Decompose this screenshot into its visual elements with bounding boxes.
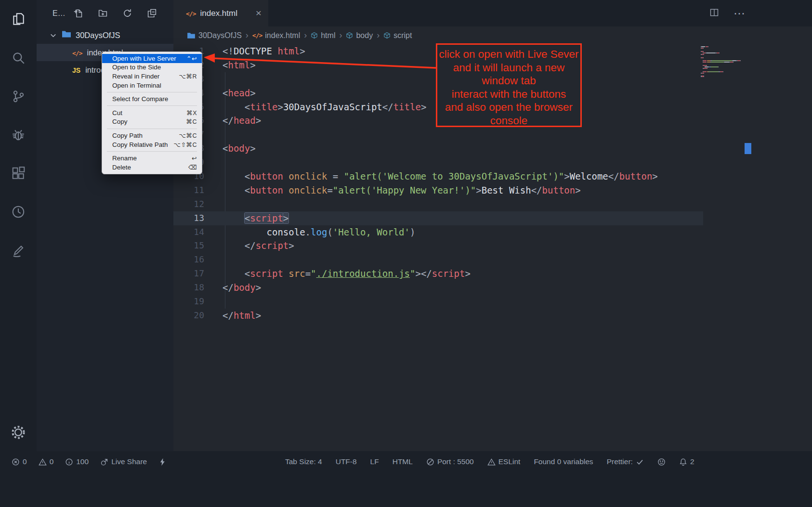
status-language-mode[interactable]: HTML bbox=[393, 457, 413, 466]
menu-item-reveal-in-finder[interactable]: Reveal in Finder⌥⌘R bbox=[102, 72, 202, 81]
menu-item-cut[interactable]: Cut⌘X bbox=[102, 108, 202, 117]
menu-separator bbox=[107, 151, 197, 152]
extensions-icon[interactable] bbox=[0, 160, 37, 187]
status-label: 100 bbox=[76, 457, 89, 466]
folder-row-30daysofjs[interactable]: 30DaysOfJS bbox=[37, 26, 173, 44]
status-problems-warnings[interactable]: 0 bbox=[39, 457, 54, 466]
collapse-all-icon[interactable] bbox=[147, 8, 157, 19]
more-actions-icon[interactable]: ⋯ bbox=[733, 8, 746, 19]
code-line-18[interactable]: 18</body> bbox=[173, 281, 812, 295]
close-icon[interactable]: × bbox=[256, 8, 262, 19]
code-line-8[interactable]: 8<body> bbox=[173, 142, 812, 156]
status-tab-size[interactable]: Tab Size: 4 bbox=[285, 457, 322, 466]
code-line-17[interactable]: 17 <script src="./introduction.js"></scr… bbox=[173, 267, 812, 281]
settings-gear-icon[interactable] bbox=[0, 419, 37, 446]
line-number[interactable]: 20 bbox=[173, 309, 204, 323]
code-line-19[interactable]: 19 bbox=[173, 295, 812, 309]
tab-index-html[interactable]: </> index.html × bbox=[173, 0, 268, 26]
minimap[interactable] bbox=[701, 46, 743, 78]
menu-separator bbox=[107, 105, 197, 106]
folder-icon bbox=[62, 30, 71, 40]
breadcrumb-html[interactable]: html bbox=[311, 31, 335, 40]
check-icon bbox=[636, 458, 644, 466]
line-number[interactable]: 12 bbox=[173, 197, 204, 211]
breadcrumb-body[interactable]: body bbox=[346, 31, 373, 40]
vscode-window: E… 30DaysOfJS </>index.htmlJSintroductio… bbox=[0, 0, 812, 507]
status-eol[interactable]: LF bbox=[370, 457, 379, 466]
live-share-icon bbox=[100, 458, 108, 466]
status-quick-action[interactable] bbox=[158, 458, 167, 466]
line-number[interactable]: 18 bbox=[173, 281, 204, 295]
menu-item-copy-relative-path[interactable]: Copy Relative Path⌥⇧⌘C bbox=[102, 140, 202, 149]
new-file-icon[interactable] bbox=[73, 8, 84, 19]
menu-shortcut: ⌥⌘C bbox=[179, 132, 197, 139]
status-prettier[interactable]: Prettier: bbox=[607, 457, 644, 466]
line-number[interactable]: 16 bbox=[173, 253, 204, 267]
line-number[interactable]: 17 bbox=[173, 267, 204, 281]
line-number[interactable]: 11 bbox=[173, 183, 204, 197]
menu-item-delete[interactable]: Delete⌫ bbox=[102, 163, 202, 172]
overview-ruler-mark bbox=[745, 143, 751, 154]
debug-icon[interactable] bbox=[0, 121, 37, 148]
menu-item-select-for-compare[interactable]: Select for Compare bbox=[102, 94, 202, 104]
menu-item-open-to-the-side[interactable]: Open to the Side bbox=[102, 63, 202, 72]
tab-label: index.html bbox=[200, 9, 237, 18]
status-label: UTF-8 bbox=[336, 457, 357, 466]
status-problems-info[interactable]: 100 bbox=[65, 457, 89, 466]
line-number[interactable]: 14 bbox=[173, 225, 204, 239]
status-problems-errors[interactable]: 0 bbox=[12, 457, 27, 466]
menu-separator bbox=[107, 129, 197, 129]
code-line-16[interactable]: 16 bbox=[173, 253, 812, 267]
html-file-icon: </> bbox=[186, 9, 196, 18]
warning-icon bbox=[487, 458, 496, 466]
code-line-13[interactable]: 13 <script> bbox=[173, 211, 812, 225]
menu-item-open-with-live-server[interactable]: Open with Live Server⌃↩ bbox=[102, 54, 202, 63]
annotation-line: and it will launch a new bbox=[437, 61, 580, 75]
menu-separator bbox=[107, 92, 197, 92]
folder-icon bbox=[187, 32, 196, 39]
status-live-share[interactable]: Live Share bbox=[100, 457, 147, 466]
code-line-10[interactable]: 10 <button onclick = "alert('Welcome to … bbox=[173, 169, 812, 183]
status-variables-found[interactable]: Found 0 variables bbox=[534, 457, 593, 466]
status-notifications[interactable]: 2 bbox=[679, 457, 694, 466]
menu-item-open-in-terminal[interactable]: Open in Terminal bbox=[102, 81, 202, 90]
line-number[interactable]: 15 bbox=[173, 239, 204, 253]
clock-icon[interactable] bbox=[0, 198, 37, 225]
status-label: LF bbox=[370, 457, 379, 466]
status-live-server-port[interactable]: Port : 5500 bbox=[426, 457, 474, 466]
code-line-7[interactable]: 7 bbox=[173, 128, 812, 142]
chevron-down-icon bbox=[49, 31, 57, 39]
circle-slash-icon bbox=[426, 458, 434, 466]
line-number[interactable]: 19 bbox=[173, 295, 204, 309]
status-feedback-smiley[interactable] bbox=[657, 458, 666, 466]
menu-item-rename[interactable]: Rename↩ bbox=[102, 154, 202, 163]
menu-item-copy-path[interactable]: Copy Path⌥⌘C bbox=[102, 131, 202, 140]
code-line-9[interactable]: 9 bbox=[173, 156, 812, 169]
menu-item-copy[interactable]: Copy⌘C bbox=[102, 117, 202, 127]
code-line-11[interactable]: 11 <button onclick="alert('Happy New Yea… bbox=[173, 183, 812, 197]
annotation-line: window tab bbox=[437, 74, 580, 88]
html-icon: </> bbox=[252, 32, 262, 39]
new-folder-icon[interactable] bbox=[98, 8, 108, 19]
search-icon[interactable] bbox=[0, 44, 37, 71]
breadcrumb-30daysofjs[interactable]: 30DaysOfJS bbox=[187, 31, 242, 40]
status-eslint[interactable]: ESLint bbox=[487, 457, 521, 466]
line-number[interactable]: 13 bbox=[173, 211, 204, 225]
menu-shortcut: ⌃↩ bbox=[186, 55, 197, 62]
js-icon: JS bbox=[72, 65, 80, 75]
split-editor-icon[interactable] bbox=[709, 8, 719, 19]
annotation-line: interact with the buttons bbox=[437, 88, 580, 101]
status-label: Prettier: bbox=[607, 457, 633, 466]
explorer-icon[interactable] bbox=[0, 6, 37, 33]
code-line-20[interactable]: 20</html> bbox=[173, 309, 812, 323]
code-line-12[interactable]: 12 bbox=[173, 197, 812, 211]
code-line-14[interactable]: 14 console.log('Hello, World') bbox=[173, 225, 812, 239]
pencil-icon[interactable] bbox=[0, 237, 37, 264]
code-line-15[interactable]: 15 </script> bbox=[173, 239, 812, 253]
activity-bar bbox=[0, 0, 37, 451]
source-control-icon[interactable] bbox=[0, 83, 37, 110]
refresh-icon[interactable] bbox=[122, 8, 133, 19]
breadcrumb-script[interactable]: script bbox=[383, 31, 412, 40]
breadcrumb-index-html[interactable]: </>index.html bbox=[252, 31, 300, 40]
status-encoding[interactable]: UTF-8 bbox=[336, 457, 357, 466]
